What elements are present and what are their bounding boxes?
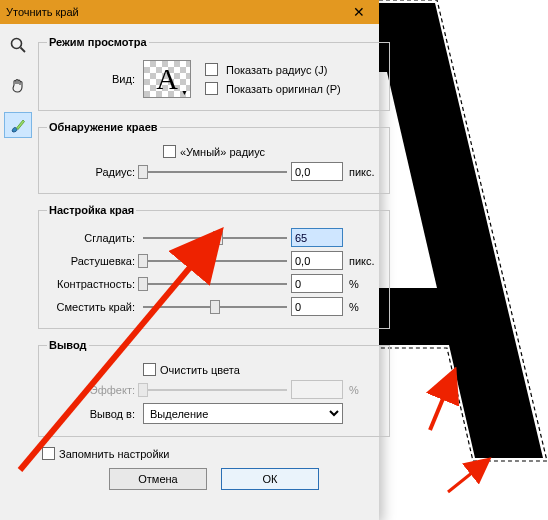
window-title: Уточнить край — [6, 6, 339, 18]
smooth-input[interactable] — [291, 228, 343, 247]
main-panel: Режим просмотра Вид: A ▼ Показать радиус… — [36, 24, 400, 520]
hand-tool[interactable] — [4, 72, 32, 98]
decon-checkbox[interactable] — [143, 363, 156, 376]
radius-unit: пикс. — [347, 166, 381, 178]
feather-label: Растушевка: — [47, 255, 139, 267]
view-label: Вид: — [47, 73, 139, 85]
refine-edge-dialog: Уточнить край ✕ Режим просмотра Вид: — [0, 0, 379, 520]
edge-detect-group: Обнаружение краев «Умный» радиус Радиус:… — [38, 121, 390, 194]
hand-icon — [9, 76, 27, 94]
output-to-select[interactable]: Выделение — [143, 403, 343, 424]
feather-unit: пикс. — [347, 255, 381, 267]
shift-label: Сместить край: — [47, 301, 139, 313]
brush-tool[interactable] — [4, 112, 32, 138]
shift-slider[interactable] — [143, 299, 287, 315]
decon-option[interactable]: Очистить цвета — [143, 363, 240, 376]
radius-slider[interactable] — [143, 164, 287, 180]
effect-input — [291, 380, 343, 399]
smooth-slider[interactable] — [143, 230, 287, 246]
edge-adjust-legend: Настройка края — [47, 204, 136, 216]
radius-label: Радиус: — [47, 166, 139, 178]
show-original-checkbox[interactable] — [205, 82, 218, 95]
contrast-input[interactable] — [291, 274, 343, 293]
chevron-down-icon: ▼ — [181, 89, 188, 96]
output-legend: Вывод — [47, 339, 89, 351]
smart-radius-option[interactable]: «Умный» радиус — [163, 145, 265, 158]
preview-swatch[interactable]: A ▼ — [143, 60, 191, 98]
show-radius-label: Показать радиус (J) — [226, 64, 327, 76]
effect-unit: % — [347, 384, 381, 396]
feather-input[interactable] — [291, 251, 343, 270]
ok-button[interactable]: ОК — [221, 468, 319, 490]
smooth-label: Сгладить: — [47, 232, 139, 244]
remember-option[interactable]: Запомнить настройки — [42, 447, 170, 460]
view-mode-legend: Режим просмотра — [47, 36, 149, 48]
feather-slider[interactable] — [143, 253, 287, 269]
show-original-label: Показать оригинал (P) — [226, 83, 341, 95]
close-icon: ✕ — [353, 4, 365, 20]
preview-glyph: A — [156, 62, 178, 96]
svg-point-0 — [12, 39, 22, 49]
effect-slider — [143, 382, 287, 398]
radius-input[interactable] — [291, 162, 343, 181]
contrast-label: Контрастность: — [47, 278, 139, 290]
edge-detect-legend: Обнаружение краев — [47, 121, 160, 133]
svg-line-1 — [21, 48, 26, 53]
show-original-option[interactable]: Показать оригинал (P) — [205, 82, 341, 95]
show-radius-checkbox[interactable] — [205, 63, 218, 76]
brush-icon — [9, 116, 27, 134]
view-mode-group: Режим просмотра Вид: A ▼ Показать радиус… — [38, 36, 390, 111]
zoom-tool[interactable] — [4, 32, 32, 58]
zoom-icon — [9, 36, 27, 54]
shift-unit: % — [347, 301, 381, 313]
effect-label: Эффект: — [47, 384, 139, 396]
smart-radius-label: «Умный» радиус — [180, 146, 265, 158]
edge-adjust-group: Настройка края Сгладить: Растушевка: п — [38, 204, 390, 329]
close-button[interactable]: ✕ — [339, 0, 379, 24]
contrast-slider[interactable] — [143, 276, 287, 292]
contrast-unit: % — [347, 278, 381, 290]
show-radius-option[interactable]: Показать радиус (J) — [205, 63, 341, 76]
remember-checkbox[interactable] — [42, 447, 55, 460]
canvas-preview — [375, 0, 548, 470]
titlebar: Уточнить край ✕ — [0, 0, 379, 24]
shift-input[interactable] — [291, 297, 343, 316]
cancel-button[interactable]: Отмена — [109, 468, 207, 490]
smart-radius-checkbox[interactable] — [163, 145, 176, 158]
output-group: Вывод Очистить цвета Эффект: % — [38, 339, 390, 437]
tool-column — [0, 24, 36, 520]
decon-label: Очистить цвета — [160, 364, 240, 376]
remember-label: Запомнить настройки — [59, 448, 170, 460]
output-to-label: Вывод в: — [47, 408, 139, 420]
